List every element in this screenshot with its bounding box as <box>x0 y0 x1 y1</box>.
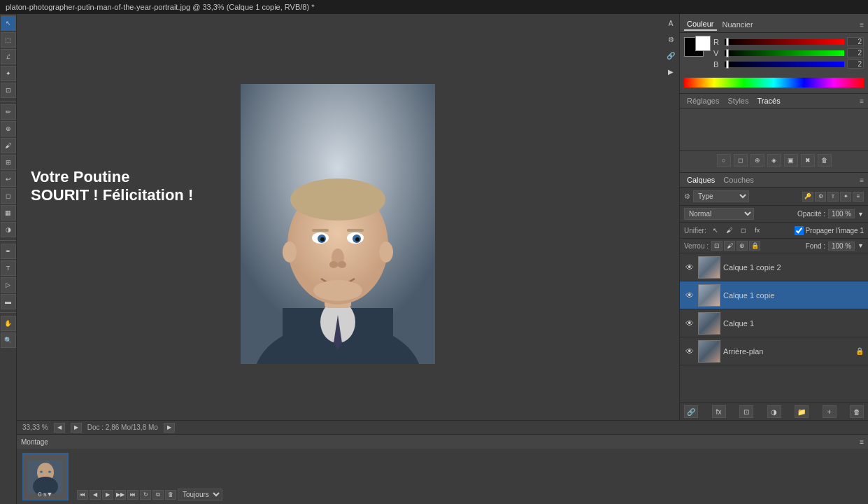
layer-visibility-arriereplan[interactable]: 👁 <box>684 346 695 357</box>
history-brush-tool[interactable]: ↩ <box>1 172 16 187</box>
zoom-inc-btn[interactable]: ▶ <box>71 423 82 433</box>
select-rect-tool[interactable]: ⬚ <box>1 32 16 48</box>
unify-layer[interactable]: ◻ <box>737 225 750 236</box>
lock-paint[interactable]: 🖌 <box>724 241 735 251</box>
timeline-back-btn[interactable]: ◀ <box>90 490 101 500</box>
canvas-content[interactable]: Votre Poutine SOURIT ! Félicitation ! <box>17 14 662 420</box>
timeline-next-btn[interactable]: ⏭ <box>127 490 138 500</box>
sub-tool-2[interactable]: ⚙ <box>663 31 678 47</box>
new-layer-btn[interactable]: + <box>823 405 837 418</box>
fond-arrow[interactable]: ▼ <box>858 242 864 249</box>
doc-info-btn[interactable]: ▶ <box>164 423 175 433</box>
traces-btn-5[interactable]: ▣ <box>784 154 798 167</box>
layer-type-select[interactable]: Type <box>693 190 749 202</box>
color-panel-expand[interactable]: ≡ <box>860 21 864 29</box>
timeline-frame-1[interactable]: 0 s▼ <box>22 453 69 500</box>
path-select-tool[interactable]: ▷ <box>1 277 16 293</box>
timeline-fwd-btn[interactable]: ▶▶ <box>115 490 126 500</box>
tab-reglages[interactable]: Réglages <box>684 95 722 106</box>
magic-wand-tool[interactable]: ✦ <box>1 66 16 81</box>
shape-tool[interactable]: ▬ <box>1 294 16 309</box>
color-spectrum[interactable] <box>684 78 864 88</box>
traces-btn-6[interactable]: ✖ <box>801 154 815 167</box>
fx-btn[interactable]: fx <box>712 405 726 418</box>
sub-tool-3[interactable]: 🔗 <box>663 48 678 63</box>
layer-item-calque1copie2[interactable]: 👁 Calque 1 copie 2 <box>680 253 868 281</box>
gradient-tool[interactable]: ▦ <box>1 205 16 220</box>
add-mask-btn[interactable]: ⊡ <box>739 405 753 418</box>
timeline-play-btn[interactable]: ▶ <box>102 490 113 500</box>
pen-tool[interactable]: ✒ <box>1 244 16 259</box>
sub-tool-1[interactable]: A <box>663 15 678 31</box>
eraser-tool[interactable]: ◻ <box>1 188 16 204</box>
fond-input[interactable] <box>828 241 855 251</box>
traces-btn-4[interactable]: ◈ <box>767 154 781 167</box>
filter-btn-4[interactable]: ✦ <box>840 192 851 202</box>
unify-brush[interactable]: 🖌 <box>723 225 736 236</box>
filter-btn-3[interactable]: T <box>827 192 839 202</box>
layers-panel-expand[interactable]: ≡ <box>860 176 864 184</box>
opacity-arrow[interactable]: ▼ <box>858 211 864 218</box>
move-tool[interactable]: ↖ <box>1 15 16 31</box>
blue-value[interactable] <box>847 59 864 69</box>
timeline-delete-btn[interactable]: 🗑 <box>165 490 176 500</box>
tab-styles[interactable]: Styles <box>725 95 751 106</box>
zoom-dec-btn[interactable]: ◀ <box>54 423 65 433</box>
blend-mode-select[interactable]: Normal <box>684 208 754 220</box>
unify-fx[interactable]: fx <box>751 225 764 236</box>
filter-btn-5[interactable]: ≡ <box>853 192 864 202</box>
crop-tool[interactable]: ⊡ <box>1 83 16 98</box>
green-slider[interactable] <box>725 50 844 56</box>
folder-btn[interactable]: 📁 <box>795 405 809 418</box>
filter-btn-2[interactable]: ⚙ <box>815 192 826 202</box>
photo-container <box>241 84 435 364</box>
timeline-prev-btn[interactable]: ⏮ <box>77 490 88 500</box>
traces-btn-3[interactable]: ⊕ <box>750 154 764 167</box>
filter-btn-1[interactable]: 🔑 <box>802 192 813 202</box>
unify-move[interactable]: ↖ <box>709 225 722 236</box>
delete-layer-btn[interactable]: 🗑 <box>850 405 864 418</box>
blue-slider[interactable] <box>725 62 844 67</box>
eyedropper-tool[interactable]: ✏ <box>1 104 16 120</box>
lock-position[interactable]: ⊕ <box>737 241 748 251</box>
layer-item-calque1[interactable]: 👁 Calque 1 <box>680 309 868 337</box>
timeline-expand[interactable]: ≡ <box>860 438 864 446</box>
zoom-tool[interactable]: 🔍 <box>1 332 16 348</box>
adjustment-btn[interactable]: ◑ <box>767 405 781 418</box>
layer-visibility-calque1[interactable]: 👁 <box>684 318 695 329</box>
layer-item-arriereplan[interactable]: 👁 Arrière-plan 🔒 <box>680 337 868 365</box>
heal-tool[interactable]: ⊕ <box>1 121 16 136</box>
clone-tool[interactable]: ⊞ <box>1 155 16 170</box>
tab-couleur[interactable]: Couleur <box>684 18 717 31</box>
layer-visibility-calque1copie2[interactable]: 👁 <box>684 262 695 273</box>
traces-btn-1[interactable]: ○ <box>717 154 731 167</box>
layer-visibility-calque1copie[interactable]: 👁 <box>684 290 695 301</box>
timeline-copy-btn[interactable]: ⧉ <box>152 490 164 500</box>
opacity-input[interactable] <box>828 209 855 218</box>
brush-tool[interactable]: 🖌 <box>1 138 16 153</box>
red-value[interactable] <box>847 37 864 46</box>
green-value[interactable] <box>847 48 864 57</box>
timeline-frame-delay[interactable]: 0 s▼ <box>38 491 53 498</box>
sub-tool-4[interactable]: ▶ <box>663 64 678 79</box>
lasso-tool[interactable]: 𝓛 <box>1 49 16 64</box>
propagate-checkbox[interactable] <box>795 226 804 235</box>
tab-calques[interactable]: Calques <box>684 174 718 186</box>
tab-traces[interactable]: Tracés <box>754 95 783 106</box>
type-tool[interactable]: T <box>1 260 16 276</box>
lock-all[interactable]: 🔒 <box>749 241 760 251</box>
link-layers-btn[interactable]: 🔗 <box>684 405 698 418</box>
layer-item-calque1copie[interactable]: 👁 Calque 1 copie <box>680 281 868 309</box>
tab-couches[interactable]: Couches <box>720 174 756 186</box>
background-color[interactable] <box>695 36 711 51</box>
timeline-loop-select[interactable]: Toujours <box>178 489 222 500</box>
timeline-loop-btn[interactable]: ↻ <box>140 490 151 500</box>
lock-transparent[interactable]: ⊡ <box>711 241 723 251</box>
traces-btn-2[interactable]: ◻ <box>734 154 748 167</box>
traces-btn-delete[interactable]: 🗑 <box>818 154 832 167</box>
tab-nuancier[interactable]: Nuancier <box>720 19 756 30</box>
blur-tool[interactable]: ◑ <box>1 222 16 237</box>
hand-tool[interactable]: ✋ <box>1 316 16 331</box>
red-slider[interactable] <box>725 39 844 45</box>
traces-panel-expand[interactable]: ≡ <box>860 97 864 105</box>
